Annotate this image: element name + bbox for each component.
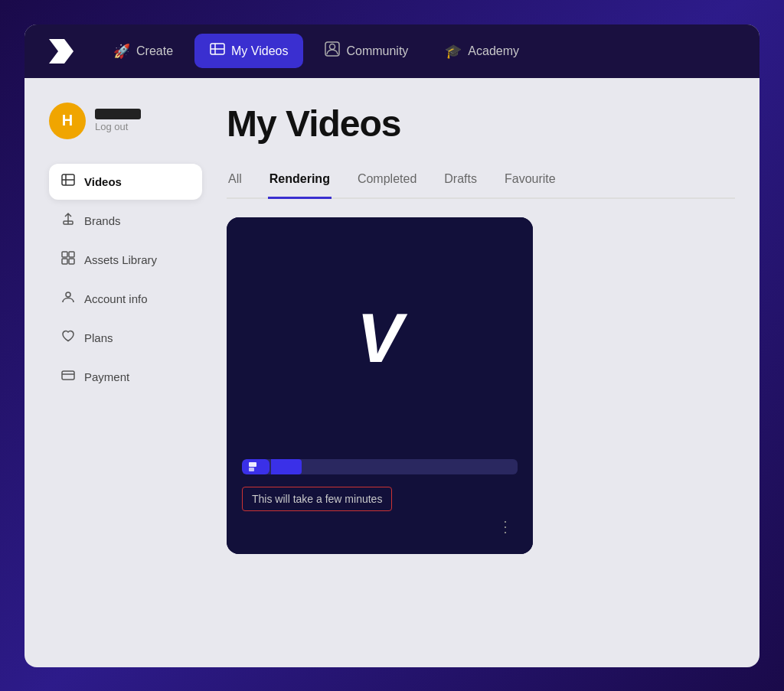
status-text-box: This will take a few minutes bbox=[242, 487, 392, 511]
svg-marker-0 bbox=[49, 39, 74, 64]
user-info: Log out bbox=[95, 109, 141, 132]
sidebar-item-videos[interactable]: Videos bbox=[49, 164, 202, 200]
academy-icon: 🎓 bbox=[445, 43, 462, 60]
community-icon bbox=[325, 41, 340, 60]
svg-rect-10 bbox=[62, 252, 67, 257]
sidebar-item-account-info[interactable]: Account info bbox=[49, 281, 202, 317]
progress-bar-fill bbox=[271, 459, 302, 474]
progress-bar-icon bbox=[242, 459, 270, 474]
app-window: 🚀 Create My Videos Community bbox=[24, 24, 760, 667]
nav-item-community[interactable]: Community bbox=[309, 34, 423, 68]
progress-bar-container bbox=[242, 459, 518, 474]
videos-icon bbox=[61, 173, 75, 191]
tab-all[interactable]: All bbox=[227, 166, 243, 199]
nav-item-my-videos[interactable]: My Videos bbox=[194, 34, 303, 68]
video-footer: This will take a few minutes ⋮ bbox=[227, 444, 533, 554]
tab-drafts[interactable]: Drafts bbox=[443, 166, 479, 199]
payment-icon bbox=[61, 368, 75, 386]
page-title: My Videos bbox=[227, 103, 735, 145]
create-icon: 🚀 bbox=[113, 43, 130, 60]
tabs-bar: All Rendering Completed Drafts Favourite bbox=[227, 166, 735, 199]
avatar: H bbox=[49, 103, 86, 139]
sidebar-item-brands[interactable]: Brands bbox=[49, 203, 202, 239]
tab-completed[interactable]: Completed bbox=[356, 166, 418, 199]
main-layout: H Log out Videos bbox=[24, 78, 760, 667]
top-nav: 🚀 Create My Videos Community bbox=[24, 24, 760, 78]
svg-rect-12 bbox=[62, 259, 67, 264]
sidebar: H Log out Videos bbox=[49, 103, 202, 643]
svg-point-14 bbox=[66, 292, 70, 297]
brands-icon bbox=[61, 212, 75, 230]
assets-library-icon bbox=[61, 251, 75, 269]
svg-rect-13 bbox=[69, 259, 74, 264]
svg-rect-18 bbox=[249, 468, 254, 471]
my-videos-icon bbox=[210, 41, 225, 60]
content-area: My Videos All Rendering Completed Drafts… bbox=[227, 103, 735, 643]
nav-item-create[interactable]: 🚀 Create bbox=[98, 35, 188, 67]
nav-item-academy[interactable]: 🎓 Academy bbox=[430, 35, 534, 67]
user-name-bar bbox=[95, 109, 141, 119]
video-card: V This will take a few minutes bbox=[227, 217, 533, 554]
svg-point-4 bbox=[330, 44, 335, 50]
app-logo bbox=[43, 33, 80, 70]
logout-button[interactable]: Log out bbox=[95, 121, 141, 132]
tab-rendering[interactable]: Rendering bbox=[268, 166, 332, 199]
card-options: ⋮ bbox=[242, 511, 518, 536]
tab-favourite[interactable]: Favourite bbox=[503, 166, 557, 199]
plans-icon bbox=[61, 329, 75, 347]
options-button[interactable]: ⋮ bbox=[498, 517, 514, 536]
sidebar-item-payment[interactable]: Payment bbox=[49, 359, 202, 395]
user-section: H Log out bbox=[49, 103, 202, 139]
svg-rect-15 bbox=[62, 371, 74, 380]
account-info-icon bbox=[61, 290, 75, 308]
status-message: This will take a few minutes bbox=[252, 493, 382, 505]
sidebar-item-assets-library[interactable]: Assets Library bbox=[49, 242, 202, 278]
video-preview: V bbox=[227, 217, 533, 444]
sidebar-item-plans[interactable]: Plans bbox=[49, 320, 202, 356]
video-logo: V bbox=[357, 304, 403, 373]
svg-rect-17 bbox=[249, 462, 256, 467]
svg-rect-11 bbox=[69, 252, 74, 257]
